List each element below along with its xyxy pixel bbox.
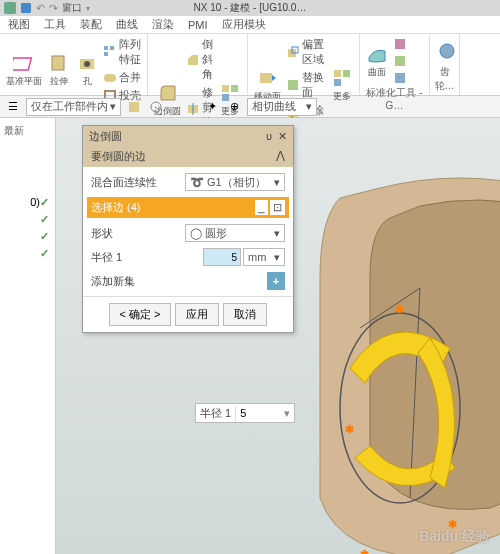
offset-region-button[interactable]: 偏置区域 (285, 36, 327, 68)
svg-rect-6 (104, 46, 108, 50)
extrude-button[interactable]: 拉伸 (46, 36, 72, 104)
model-preview: ✱ ✱ ✱ ✱ ✱ (260, 158, 500, 554)
svg-point-31 (151, 102, 161, 112)
continuity-label: 混合面连续性 (91, 175, 157, 190)
sel-tool-2[interactable] (147, 98, 165, 116)
svg-point-29 (440, 44, 454, 58)
replace-face-button[interactable]: 替换面 (285, 69, 327, 101)
ribbon-group-gear: 齿轮… (434, 65, 455, 93)
check-icon: ✓ (40, 230, 49, 243)
filter-icon[interactable]: ☰ (4, 98, 22, 116)
svg-rect-20 (288, 80, 298, 90)
svg-text:✱: ✱ (360, 548, 369, 554)
ok-button[interactable]: < 确定 > (109, 303, 172, 326)
svg-rect-25 (334, 79, 341, 86)
edge-blend-dialog: 边倒圆 υ ✕ 要倒圆的边 ⋀ 混合面连续性 ➰ G1（相切） ▾ 选择边 (4… (82, 125, 294, 333)
svg-rect-7 (110, 46, 114, 50)
svg-text:✱: ✱ (395, 303, 404, 315)
svg-rect-15 (231, 85, 238, 92)
menu-curve[interactable]: 曲线 (116, 17, 138, 32)
menu-view[interactable]: 视图 (8, 17, 30, 32)
window-menu[interactable]: 窗口 (62, 1, 82, 15)
onscreen-radius-field[interactable] (236, 407, 280, 419)
app-icon (4, 2, 16, 14)
menu-assembly[interactable]: 装配 (80, 17, 102, 32)
svg-point-5 (84, 61, 90, 67)
dialog-close-icon[interactable]: ✕ (278, 130, 287, 143)
menu-pmi[interactable]: PMI (188, 19, 208, 31)
menu-application[interactable]: 应用模块 (222, 17, 266, 32)
selection-scope-dropdown[interactable]: 仅在工作部件内▾ (26, 98, 121, 116)
watermark: Baidu 经验 (419, 528, 490, 546)
collapse-icon[interactable]: ⋀ (276, 149, 285, 164)
svg-rect-28 (395, 73, 405, 83)
svg-rect-14 (222, 85, 229, 92)
chevron-down-icon[interactable]: ▾ (86, 4, 90, 13)
circle-icon: ◯ (190, 227, 202, 240)
svg-text:✱: ✱ (345, 423, 354, 435)
check-icon: ✓ (40, 213, 49, 226)
shape-label: 形状 (91, 226, 113, 241)
svg-rect-1 (21, 3, 31, 13)
dialog-section: 要倒圆的边 (91, 149, 146, 164)
cancel-button[interactable]: 取消 (223, 303, 267, 326)
svg-rect-23 (334, 70, 341, 77)
menubar: 视图 工具 装配 曲线 渲染 PMI 应用模块 (0, 16, 500, 34)
menu-render[interactable]: 渲染 (152, 17, 174, 32)
sel-tool-3[interactable]: ✦ (203, 98, 221, 116)
ribbon: 基准平面 拉伸 孔 阵列特征 合并 投壳 特征 边倒圆 倒斜角 修剪体 接模 更… (0, 34, 500, 96)
surface-button[interactable]: 曲面 (364, 36, 390, 86)
chamfer-button[interactable]: 倒斜角 (185, 36, 215, 83)
pattern-feature-button[interactable]: 阵列特征 (102, 36, 143, 68)
save-icon[interactable] (20, 2, 32, 14)
history-value: 0) (30, 196, 40, 209)
apply-button[interactable]: 应用 (175, 303, 219, 326)
history-panel: 最新 0) ✓ ✓ ✓ ✓ (0, 118, 56, 554)
tool-1[interactable] (392, 36, 408, 52)
app-title: NX 10 - 建模 - [UG10.0… (194, 1, 307, 15)
undo-icon[interactable]: ↶ (36, 2, 45, 15)
check-icon: ✓ (40, 247, 49, 260)
addnew-label: 添加新集 (91, 274, 135, 289)
menu-tools[interactable]: 工具 (44, 17, 66, 32)
g1-icon: ➰ (190, 176, 204, 189)
history-header: 最新 (0, 118, 55, 144)
redo-icon[interactable]: ↷ (49, 2, 58, 15)
tool-2[interactable] (392, 53, 408, 69)
radius-input[interactable] (203, 248, 241, 266)
svg-rect-26 (395, 39, 405, 49)
edge-icon[interactable]: ⎯ (255, 200, 268, 215)
unit-dropdown[interactable]: mm▾ (243, 248, 285, 266)
svg-rect-27 (395, 56, 405, 66)
svg-rect-0 (4, 2, 16, 14)
svg-rect-3 (52, 56, 64, 70)
datum-plane-button[interactable]: 基准平面 (4, 36, 44, 104)
ribbon-group-std: 标准化工具 - G… (364, 86, 425, 111)
shape-dropdown[interactable]: ◯ 圆形 ▾ (185, 224, 285, 242)
select-options-icon[interactable]: ⊡ (270, 200, 285, 215)
dialog-reset-icon[interactable]: υ (266, 130, 272, 143)
gear-tool-button[interactable] (434, 36, 460, 65)
tool-3[interactable] (392, 70, 408, 86)
sel-tool-4[interactable]: ⊕ (225, 98, 243, 116)
svg-rect-30 (129, 102, 139, 112)
selection-toolbar: ☰ 仅在工作部件内▾ ✦ ⊕ 相切曲线▾ (0, 96, 500, 118)
select-edge-row[interactable]: 选择边 (4) ⎯ ⊡ (87, 197, 289, 218)
continuity-dropdown[interactable]: ➰ G1（相切） ▾ (185, 173, 285, 191)
svg-point-10 (108, 74, 116, 82)
dialog-title: 边倒圆 (89, 129, 122, 144)
svg-rect-17 (260, 73, 272, 83)
svg-rect-8 (104, 52, 108, 56)
sel-tool-1[interactable] (125, 98, 143, 116)
add-set-button[interactable]: + (267, 272, 285, 290)
check-icon: ✓ (40, 196, 49, 209)
curve-rule-dropdown[interactable]: 相切曲线▾ (247, 98, 317, 116)
onscreen-radius-input[interactable]: 半径 1 ▾ (195, 403, 295, 423)
chevron-down-icon[interactable]: ▾ (280, 407, 294, 420)
svg-rect-24 (343, 70, 350, 77)
svg-rect-2 (13, 58, 31, 70)
hole-button[interactable]: 孔 (74, 36, 100, 104)
radius-label: 半径 1 (91, 250, 122, 265)
unite-button[interactable]: 合并 (102, 69, 143, 86)
